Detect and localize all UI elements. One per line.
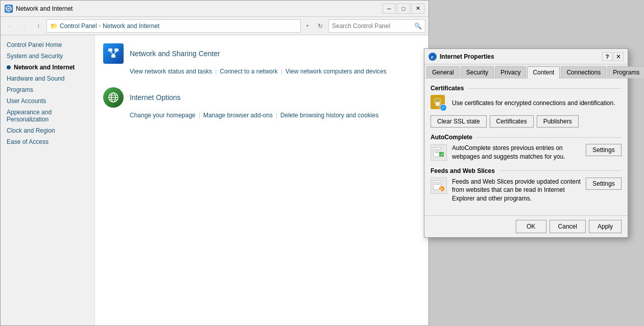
dialog-content: Certificates ✓ Use certificates fo	[424, 79, 628, 215]
main-window: Network and Internet ─ □ ✕ ← → ↑ 📁 Contr…	[0, 0, 429, 326]
certificates-section: Certificates ✓ Use certificates fo	[431, 85, 622, 128]
active-indicator	[7, 65, 11, 69]
delete-history-link[interactable]: Delete browsing history and cookies	[280, 112, 378, 119]
sidebar-item-network-internet[interactable]: Network and Internet	[1, 62, 94, 73]
link-separator-1: |	[215, 68, 217, 75]
autocomplete-section: AutoComplete ✓ AutoComplete stores previ…	[431, 134, 622, 161]
address-field[interactable]: 📁 Control Panel › Network and Internet	[46, 19, 301, 33]
dialog-close-button[interactable]: ✕	[613, 52, 624, 61]
title-bar-left: Network and Internet	[5, 5, 73, 13]
refresh-button[interactable]: ↻	[314, 20, 326, 32]
internet-options-section: Internet Options Change your homepage | …	[103, 87, 420, 119]
clear-ssl-button[interactable]: Clear SSL state	[431, 115, 487, 128]
up-button[interactable]: ↑	[32, 20, 44, 32]
internet-options-icon	[103, 87, 124, 108]
sidebar-label-clock-region: Clock and Region	[7, 127, 55, 134]
dialog-title-bar: e Internet Properties ? ✕	[424, 49, 628, 64]
forward-button[interactable]: →	[18, 20, 30, 32]
svg-text:e: e	[431, 54, 434, 60]
folder-icon: 📁	[50, 22, 58, 30]
internet-options-title[interactable]: Internet Options	[130, 93, 181, 102]
autocomplete-settings-button[interactable]: Settings	[586, 144, 622, 156]
sidebar-label-system-security: System and Security	[7, 53, 63, 60]
dialog-title-text: Internet Properties	[440, 53, 494, 60]
feeds-description: Feeds and Web Slices provide updated con…	[452, 178, 581, 203]
sidebar-item-system-security[interactable]: System and Security	[1, 51, 94, 62]
breadcrumb-network-internet[interactable]: Network and Internet	[103, 22, 159, 30]
tab-content[interactable]: Content	[527, 66, 560, 79]
maximize-button[interactable]: □	[397, 4, 410, 14]
sidebar-item-programs[interactable]: Programs	[1, 84, 94, 95]
apply-button[interactable]: Apply	[589, 220, 622, 233]
tab-connections[interactable]: Connections	[561, 66, 606, 78]
cert-badge: ✓	[440, 104, 447, 111]
network-sharing-icon	[103, 43, 124, 64]
svg-line-4	[110, 52, 113, 55]
feeds-row: Feeds and Web Slices provide updated con…	[431, 178, 622, 203]
network-sharing-links: View network status and tasks | Connect …	[130, 68, 420, 75]
address-breadcrumb: Control Panel › Network and Internet	[60, 22, 297, 30]
minimize-button[interactable]: ─	[383, 4, 396, 14]
tab-privacy[interactable]: Privacy	[495, 66, 526, 78]
dialog-help-button[interactable]: ?	[602, 52, 612, 61]
link-separator-4: |	[276, 112, 277, 119]
certificates-title: Certificates	[431, 85, 622, 92]
sidebar-item-appearance-personalization[interactable]: Appearance and Personalization	[1, 107, 94, 125]
autocomplete-title: AutoComplete	[431, 134, 622, 141]
svg-point-28	[440, 189, 441, 191]
certificates-row: ✓ Use certificates for encrypted connect…	[431, 95, 622, 111]
network-sharing-section: Network and Sharing Center View network …	[103, 43, 420, 75]
svg-rect-3	[111, 55, 115, 58]
certificates-button[interactable]: Certificates	[490, 115, 534, 128]
address-bar: ← → ↑ 📁 Control Panel › Network and Inte…	[1, 17, 428, 35]
svg-text:✓: ✓	[440, 153, 444, 157]
address-dropdown-button[interactable]: ▾	[303, 20, 312, 32]
network-sharing-title[interactable]: Network and Sharing Center	[130, 49, 220, 58]
tab-security[interactable]: Security	[461, 66, 494, 78]
sidebar-label-hardware-sound: Hardware and Sound	[7, 75, 64, 82]
feeds-settings-button[interactable]: Settings	[586, 178, 622, 190]
search-box: 🔍	[328, 19, 425, 33]
dialog-footer: OK Cancel Apply	[424, 215, 628, 237]
publishers-button[interactable]: Publishers	[537, 115, 579, 128]
certificate-icon: ✓	[431, 95, 447, 111]
connect-network-link[interactable]: Connect to a network	[220, 68, 277, 75]
dialog-title-left: e Internet Properties	[428, 53, 494, 61]
title-bar-controls: ─ □ ✕	[383, 4, 424, 14]
view-computers-link[interactable]: View network computers and devices	[285, 68, 387, 75]
content-area: Control Panel Home System and Security N…	[1, 35, 428, 325]
view-status-link[interactable]: View network status and tasks	[130, 68, 212, 75]
feeds-icon	[431, 178, 447, 194]
cancel-button[interactable]: Cancel	[550, 220, 586, 233]
sidebar-label-control-panel-home: Control Panel Home	[7, 41, 62, 48]
link-separator-3: |	[199, 112, 200, 119]
sidebar-item-user-accounts[interactable]: User Accounts	[1, 95, 94, 107]
svg-rect-2	[114, 48, 118, 52]
sidebar-item-ease-of-access[interactable]: Ease of Access	[1, 136, 94, 147]
sidebar-item-control-panel-home[interactable]: Control Panel Home	[1, 39, 94, 51]
sidebar-item-hardware-sound[interactable]: Hardware and Sound	[1, 73, 94, 84]
sidebar-label-network-internet: Network and Internet	[14, 64, 75, 71]
sidebar-label-appearance-personalization: Appearance and Personalization	[7, 109, 88, 123]
search-input[interactable]	[332, 22, 412, 30]
certificates-buttons: Clear SSL state Certificates Publishers	[431, 115, 622, 128]
ok-button[interactable]: OK	[516, 220, 546, 233]
close-button[interactable]: ✕	[411, 4, 424, 14]
svg-rect-1	[108, 48, 112, 52]
breadcrumb-control-panel[interactable]: Control Panel	[60, 22, 97, 30]
window-title: Network and Internet	[16, 5, 73, 12]
autocomplete-icon: ✓	[431, 144, 447, 161]
link-separator-2: |	[281, 68, 282, 75]
title-bar: Network and Internet ─ □ ✕	[1, 1, 428, 17]
autocomplete-description: AutoComplete stores previous entries on …	[452, 144, 581, 161]
tab-programs[interactable]: Programs	[607, 66, 644, 78]
change-homepage-link[interactable]: Change your homepage	[130, 112, 196, 119]
manage-addons-link[interactable]: Manage browser add-ons	[203, 112, 273, 119]
network-window-icon	[5, 5, 13, 13]
tab-general[interactable]: General	[426, 66, 460, 78]
sidebar-item-clock-region[interactable]: Clock and Region	[1, 125, 94, 136]
back-button[interactable]: ←	[4, 20, 16, 32]
sidebar-label-ease-of-access: Ease of Access	[7, 138, 49, 145]
main-panel: Network and Sharing Center View network …	[95, 35, 428, 325]
internet-options-header: Internet Options	[103, 87, 420, 108]
